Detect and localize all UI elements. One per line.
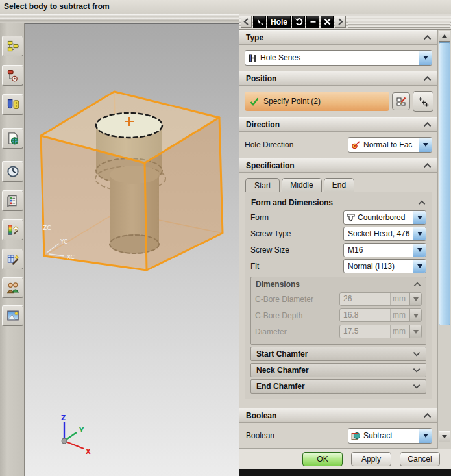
cursor-arrow-icon[interactable] xyxy=(253,16,266,28)
hole-direction-dropdown[interactable]: Normal to Fac xyxy=(348,137,432,153)
graphics-viewport[interactable]: ZC YC XC Z Y X xyxy=(25,23,239,476)
specify-point-label: Specify Point (2) xyxy=(263,97,321,106)
direction-section-header[interactable]: Direction xyxy=(239,117,437,132)
dimensions-header[interactable]: Dimensions xyxy=(255,278,422,291)
spinner-down-icon xyxy=(409,309,421,321)
dropdown-arrow-icon[interactable] xyxy=(413,244,426,257)
palettes-icon[interactable] xyxy=(2,190,23,211)
cbore-diameter-unit: mm xyxy=(391,293,409,305)
specify-point-row[interactable]: Specify Point (2) xyxy=(245,92,389,111)
cancel-button[interactable]: Cancel xyxy=(400,452,440,466)
history-icon[interactable] xyxy=(2,161,23,182)
chevron-right-icon[interactable] xyxy=(335,16,346,28)
start-tab-panel: Form and Dimensions Form Counterbored xyxy=(245,192,432,399)
normal-to-face-icon xyxy=(348,140,363,150)
dropdown-arrow-icon[interactable] xyxy=(419,429,432,443)
dropdown-arrow-icon[interactable] xyxy=(413,227,426,240)
part-navigator-icon[interactable] xyxy=(2,94,23,115)
cbore-diameter-value: 26 xyxy=(340,293,391,305)
wcs-xc-label: XC xyxy=(67,254,75,260)
type-section-header[interactable]: Type xyxy=(239,30,437,45)
render-tools-icon[interactable] xyxy=(2,249,23,269)
screw-type-dropdown[interactable]: Socket Head, 476 xyxy=(343,227,426,241)
boolean-section-header[interactable]: Boolean xyxy=(239,408,437,423)
triad-z-label: Z xyxy=(61,414,66,421)
collapse-arrow-icon xyxy=(423,413,432,418)
scrollbar-thumb[interactable] xyxy=(439,42,450,325)
end-chamfer-header[interactable]: End Chamfer xyxy=(250,379,426,394)
fit-dropdown[interactable]: Normal (H13) xyxy=(343,259,426,273)
screw-size-dropdown[interactable]: M16 xyxy=(343,243,426,257)
point-dialog-icon[interactable] xyxy=(413,91,433,112)
prompt-text: Select body to subtract from xyxy=(4,2,110,11)
boolean-value: Subtract xyxy=(363,431,419,440)
fit-label: Fit xyxy=(250,262,343,271)
scrollbar-grip xyxy=(442,182,447,190)
collapse-arrow-icon xyxy=(413,282,421,287)
dropdown-arrow-icon[interactable] xyxy=(419,138,432,152)
form-dropdown[interactable]: Counterbored xyxy=(343,210,426,225)
scrollbar-down-icon[interactable] xyxy=(439,431,450,442)
cbore-depth-label: C-Bore Depth xyxy=(255,311,339,320)
internet-browser-icon[interactable] xyxy=(2,128,23,149)
collapse-arrow-icon xyxy=(423,122,432,127)
materials-icon[interactable] xyxy=(2,305,23,326)
hole-dialog: Hole Type Hole xyxy=(239,14,451,476)
expand-arrow-icon xyxy=(413,384,421,389)
roles-icon[interactable] xyxy=(2,277,23,298)
ok-button[interactable]: OK xyxy=(302,452,343,466)
titlebar-drag-area[interactable] xyxy=(348,16,450,28)
diameter-unit: mm xyxy=(391,325,409,338)
dropdown-arrow-icon[interactable] xyxy=(413,211,426,224)
diameter-field: 17.5 mm xyxy=(339,325,422,338)
screw-type-value: Socket Head, 476 xyxy=(344,229,413,238)
dialog-titlebar[interactable]: Hole xyxy=(239,14,451,30)
sketch-section-icon[interactable] xyxy=(392,92,410,110)
position-section-header[interactable]: Position xyxy=(239,71,437,86)
dialog-title: Hole xyxy=(267,16,291,28)
green-check-icon xyxy=(250,97,259,106)
collapse-arrow-icon xyxy=(423,76,432,81)
neck-chamfer-header[interactable]: Neck Chamfer xyxy=(250,363,426,377)
hole-type-value: Hole Series xyxy=(260,53,419,62)
tab-end[interactable]: End xyxy=(324,178,354,192)
dropdown-arrow-icon[interactable] xyxy=(419,51,432,65)
dimensions-group: Dimensions C-Bore Diameter 26 mm xyxy=(250,277,426,345)
cbore-diameter-label: C-Bore Diameter xyxy=(255,295,339,304)
dialog-scrollbar[interactable] xyxy=(437,30,451,449)
assembly-navigator-icon[interactable] xyxy=(2,36,23,56)
view-triad: Z Y X xyxy=(61,414,91,455)
specification-section-header[interactable]: Specification xyxy=(239,158,437,173)
form-and-dimensions-header[interactable]: Form and Dimensions xyxy=(250,196,426,209)
visualization-icon[interactable] xyxy=(2,219,23,240)
screw-type-label: Screw Type xyxy=(250,229,343,238)
dialog-button-row: OK Apply Cancel xyxy=(239,449,451,469)
triad-x-label: X xyxy=(86,448,91,455)
apply-button[interactable]: Apply xyxy=(351,452,391,466)
subtract-icon xyxy=(348,431,363,441)
hole-direction-label: Hole Direction xyxy=(245,140,348,149)
triad-y-label: Y xyxy=(79,427,84,434)
tab-start[interactable]: Start xyxy=(245,178,280,192)
cbore-diameter-field: 26 mm xyxy=(339,292,422,306)
dropdown-arrow-icon[interactable] xyxy=(413,260,426,273)
spinner-down-icon xyxy=(409,325,421,338)
start-chamfer-header[interactable]: Start Chamfer xyxy=(250,347,426,361)
scrollbar-up-icon[interactable] xyxy=(439,31,450,42)
fit-value: Normal (H13) xyxy=(344,262,413,271)
hole-type-dropdown[interactable]: Hole Series xyxy=(245,50,432,66)
undo-icon[interactable] xyxy=(292,16,305,28)
hole-direction-value: Normal to Fac xyxy=(363,140,419,149)
counterbore-icon xyxy=(344,212,357,222)
tab-middle[interactable]: Middle xyxy=(282,178,321,192)
3d-scene[interactable]: ZC YC XC Z Y X xyxy=(25,24,238,475)
diameter-value: 17.5 xyxy=(340,325,391,338)
close-x-icon[interactable] xyxy=(321,16,334,28)
minus-icon[interactable] xyxy=(306,16,319,28)
boolean-dropdown[interactable]: Subtract xyxy=(348,428,432,444)
chevron-left-icon[interactable] xyxy=(241,16,252,28)
constraint-navigator-icon[interactable] xyxy=(2,65,23,86)
collapse-arrow-icon xyxy=(423,35,432,40)
prompt-bar: Select body to subtract from xyxy=(0,0,451,14)
collapse-arrow-icon xyxy=(423,163,432,168)
